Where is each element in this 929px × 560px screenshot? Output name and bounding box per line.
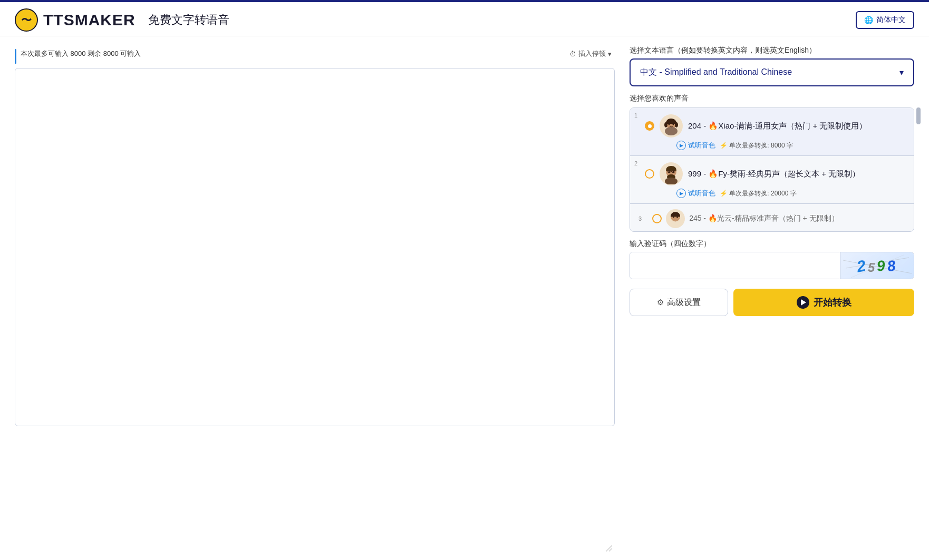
captcha-char-2: 5 <box>867 260 877 276</box>
voice-2-avatar-img <box>661 163 682 184</box>
main-content: 本次最多可输入 8000 剩余 8000 可输入 ⏱ 插入停顿 ▾ 选择文本语言… <box>0 36 929 554</box>
logo-subtitle: 免费文字转语音 <box>148 12 229 28</box>
voice-1-meta: ▶ 试听音色 ⚡ 单次最多转换: 8000 字 <box>638 141 905 150</box>
convert-button[interactable]: 开始转换 <box>733 289 914 316</box>
voice-3-avatar <box>666 209 685 228</box>
language-chevron-icon: ▾ <box>899 67 904 77</box>
voice-item-2[interactable]: 2 <box>630 156 914 204</box>
voice-2-meta: ▶ 试听音色 ⚡ 单次最多转换: 20000 字 <box>638 189 905 198</box>
right-panel: 选择文本语言（例如要转换英文内容，则选英文English） 中文 - Simpl… <box>630 46 914 554</box>
svg-point-15 <box>673 217 674 218</box>
voice-section-label: 选择您喜欢的声音 <box>630 94 914 103</box>
svg-point-3 <box>675 122 678 127</box>
voice-2-radio <box>645 169 654 179</box>
voice-1-limit: ⚡ 单次最多转换: 8000 字 <box>720 141 793 150</box>
voice-2-avatar <box>660 162 683 185</box>
left-accent-area: 本次最多可输入 8000 剩余 8000 可输入 ⏱ 插入停顿 ▾ <box>15 46 615 64</box>
voice-section: 选择您喜欢的声音 1 <box>630 94 914 232</box>
svg-point-4 <box>669 124 670 125</box>
insert-pause-label: 插入停顿 <box>578 49 606 58</box>
language-button[interactable]: 🌐 简体中文 <box>856 11 914 29</box>
captcha-section: 输入验证码（四位数字） 2 5 9 8 <box>630 239 914 279</box>
voice-scrollbar-track[interactable] <box>916 107 921 232</box>
svg-point-5 <box>673 124 674 125</box>
text-input[interactable] <box>15 68 615 426</box>
settings-icon: ⚙ <box>657 298 664 307</box>
header: 〜 TTSMAKER 免费文字转语音 🌐 简体中文 <box>0 2 929 36</box>
play-triangle <box>801 299 806 306</box>
text-limit-info: 本次最多可输入 8000 剩余 8000 可输入 <box>21 49 141 58</box>
clock-icon: ⏱ <box>569 50 576 58</box>
captcha-row: 2 5 9 8 <box>630 252 914 279</box>
convert-btn-label: 开始转换 <box>814 296 851 309</box>
voice-2-limit: ⚡ 单次最多转换: 20000 字 <box>720 189 797 198</box>
voice-list: 1 <box>630 107 914 232</box>
lang-icon: 🌐 <box>864 16 873 24</box>
blue-accent <box>15 49 16 64</box>
language-select-value: 中文 - Simplified and Traditional Chinese <box>640 67 792 78</box>
textarea-wrapper <box>15 68 615 554</box>
captcha-image[interactable]: 2 5 9 8 <box>840 252 914 279</box>
action-row: ⚙ 高级设置 开始转换 <box>630 289 914 316</box>
chevron-down-icon: ▾ <box>608 50 612 58</box>
language-select-button[interactable]: 中文 - Simplified and Traditional Chinese … <box>630 58 914 86</box>
resize-handle <box>605 545 613 552</box>
voice-3-radio <box>652 214 662 223</box>
voice-2-header: 999 - 🔥Fy-樊雨-经典男声（超长文本 + 无限制） <box>638 162 905 185</box>
svg-point-16 <box>676 217 678 218</box>
captcha-label: 输入验证码（四位数字） <box>630 239 914 249</box>
left-panel: 本次最多可输入 8000 剩余 8000 可输入 ⏱ 插入停顿 ▾ <box>15 46 615 554</box>
voice-scrollbar-thumb <box>916 107 921 124</box>
voice-3-partial-text: 245 - 🔥光云-精品标准声音（热门 + 无限制） <box>689 214 838 223</box>
voice-item-3-partial[interactable]: 3 245 - 🔥光云-精品标准声音（热门 + 无限制） <box>630 204 914 231</box>
voice-item-1[interactable]: 1 <box>630 108 914 156</box>
voice-1-preview-button[interactable]: ▶ 试听音色 <box>676 141 715 150</box>
insert-pause-button[interactable]: ⏱ 插入停顿 ▾ <box>566 48 615 60</box>
voice-number-1: 1 <box>634 112 637 119</box>
play-icon-2: ▶ <box>676 189 686 198</box>
voice-2-preview-label: 试听音色 <box>688 189 715 198</box>
play-icon: ▶ <box>676 141 686 150</box>
text-info-bar: 本次最多可输入 8000 剩余 8000 可输入 ⏱ 插入停顿 ▾ <box>21 48 615 60</box>
captcha-char-4: 8 <box>886 257 898 275</box>
svg-point-2 <box>664 122 667 127</box>
voice-number-2: 2 <box>634 160 637 166</box>
logo-text: TTSMAKER <box>43 11 136 29</box>
voice-1-avatar-img <box>661 115 682 136</box>
lang-label: 简体中文 <box>876 15 906 25</box>
logo-icon: 〜 <box>15 8 38 32</box>
voice-1-header: 204 - 🔥Xiao-满满-通用女声（热门 + 无限制使用） <box>638 114 905 137</box>
voice-1-radio <box>645 121 654 131</box>
advanced-btn-label: 高级设置 <box>667 297 701 308</box>
voice-1-preview-label: 试听音色 <box>688 141 715 150</box>
voice-2-preview-button[interactable]: ▶ 试听音色 <box>676 189 715 198</box>
language-section-label: 选择文本语言（例如要转换英文内容，则选英文English） <box>630 46 914 55</box>
voice-1-avatar <box>660 114 683 137</box>
voice-1-name: 204 - 🔥Xiao-满满-通用女声（热门 + 无限制使用） <box>688 121 905 131</box>
svg-point-1 <box>665 127 678 135</box>
advanced-settings-button[interactable]: ⚙ 高级设置 <box>630 289 728 316</box>
language-section: 选择文本语言（例如要转换英文内容，则选英文English） 中文 - Simpl… <box>630 46 914 86</box>
voice-2-name: 999 - 🔥Fy-樊雨-经典男声（超长文本 + 无限制） <box>688 169 905 179</box>
captcha-input[interactable] <box>630 252 840 279</box>
svg-point-13 <box>665 178 678 184</box>
voice-3-avatar-img <box>666 209 685 228</box>
convert-play-icon <box>797 296 809 309</box>
voice-number-3: 3 <box>638 215 642 222</box>
logo-area: 〜 TTSMAKER 免费文字转语音 <box>15 8 229 32</box>
